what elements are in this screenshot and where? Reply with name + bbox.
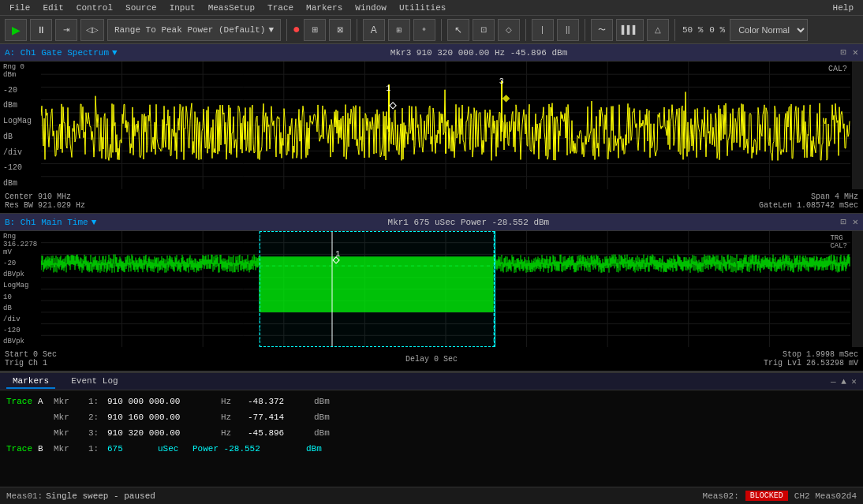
range-dropdown[interactable]: Range To Peak Power (Default) ▼ bbox=[107, 19, 281, 41]
menu-meassetup[interactable]: MeasSetup bbox=[202, 0, 261, 16]
panel-a-mkr3[interactable]: 3 ◆ bbox=[502, 90, 510, 106]
panel-b-y-axis: Rng 316.2278 mV -20 dBVpk LogMag 10 dB /… bbox=[0, 231, 41, 347]
panel-a-rng-label: Rng 0 dBm bbox=[3, 63, 38, 79]
panel-b-dropdown-icon[interactable]: ▼ bbox=[92, 218, 97, 227]
marker-shape-button[interactable]: ⌖ bbox=[413, 19, 435, 41]
sep-2 bbox=[357, 19, 357, 41]
marker-b1-ch: B bbox=[38, 444, 50, 454]
arrow-button[interactable]: ↖ bbox=[447, 19, 469, 41]
marker-1-trace: Trace bbox=[6, 397, 35, 406]
panel-b-scrollbar[interactable] bbox=[852, 231, 863, 347]
menu-trace[interactable]: Trace bbox=[261, 0, 300, 16]
panel-a-footer-right: Span 4 MHz GateLen 1.085742 mSec bbox=[432, 192, 858, 210]
menu-file[interactable]: File bbox=[3, 0, 36, 16]
line2-button[interactable]: || bbox=[557, 19, 579, 41]
marker-3-freq-unit: Hz bbox=[221, 428, 245, 438]
markers-tab[interactable]: Markers bbox=[6, 375, 55, 389]
panel-a-footer: Center 910 MHz Res BW 921.029 Hz Span 4 … bbox=[0, 189, 863, 213]
panel-a-pin-icon[interactable]: ⊡ bbox=[841, 47, 846, 58]
line1-button[interactable]: | bbox=[532, 19, 554, 41]
panel-a-dropdown-icon[interactable]: ▼ bbox=[112, 48, 118, 58]
panel-a-y-dbm: dBm bbox=[3, 101, 38, 110]
panel-a-chart[interactable]: CAL? 1 ◇ 3 ◆ bbox=[41, 62, 850, 189]
panel-a-y-db: dB bbox=[3, 133, 38, 141]
status-bar: Meas01: Single sweep - paused Meas02: BL… bbox=[0, 487, 863, 504]
menu-control[interactable]: Control bbox=[70, 0, 119, 16]
marker-2-freq-unit: Hz bbox=[221, 413, 245, 422]
panel-b-footer-left: Start 0 Sec Trig Ch 1 bbox=[5, 350, 290, 368]
status-state: Single sweep - paused bbox=[46, 491, 155, 501]
panel-b-close-icon[interactable]: ✕ bbox=[853, 216, 858, 228]
event-log-tab[interactable]: Event Log bbox=[65, 375, 124, 389]
range-chevron-icon: ▼ bbox=[268, 25, 274, 35]
marker-1-power-unit: dBm bbox=[314, 397, 330, 406]
marker-b1-label: Mkr bbox=[54, 444, 85, 454]
marker-b1-trace: Trace bbox=[6, 444, 35, 454]
panel-b-rng: Rng 316.2278 mV bbox=[3, 233, 38, 256]
menu-window[interactable]: Window bbox=[349, 0, 393, 16]
bar-button[interactable]: ▌▌▌ bbox=[616, 19, 644, 41]
color-mode-select[interactable]: Color Normal bbox=[730, 19, 808, 41]
menu-markers[interactable]: Markers bbox=[300, 0, 349, 16]
menu-input[interactable]: Input bbox=[163, 0, 202, 16]
menu-source[interactable]: Source bbox=[119, 0, 163, 16]
menu-edit[interactable]: Edit bbox=[36, 0, 69, 16]
grid2-button[interactable]: ⊠ bbox=[329, 19, 351, 41]
status-meas02-label: Meas02: bbox=[703, 491, 739, 501]
mode-button[interactable]: ◁▷ bbox=[80, 19, 104, 41]
panel-a-close-icon[interactable]: ✕ bbox=[853, 47, 858, 58]
panel-a: A: Ch1 Gate Spectrum ▼ Mkr3 910 320 000.… bbox=[0, 44, 863, 214]
marker-2-power: -77.414 bbox=[248, 413, 311, 422]
panel-a-canvas bbox=[41, 62, 850, 189]
panel-b-pin-icon[interactable]: ⊡ bbox=[841, 216, 846, 228]
marker-b1-power-unit: dBm bbox=[306, 444, 322, 454]
record-icon[interactable]: ● bbox=[293, 23, 301, 37]
sep-5 bbox=[585, 19, 585, 41]
panel-b-chart[interactable]: TRG CAL? 1 ◇ bbox=[41, 231, 850, 347]
marker-b1-power: Power -28.552 bbox=[192, 444, 303, 454]
step-button[interactable]: ⇥ bbox=[55, 19, 77, 41]
zoom-button[interactable]: ⊡ bbox=[473, 19, 495, 41]
marker-b1-freq-unit: uSec bbox=[158, 444, 189, 454]
pause-button[interactable]: ⏸ bbox=[30, 19, 52, 41]
panel-b-y-10: 10 bbox=[3, 293, 38, 301]
grid-button[interactable]: ⊞ bbox=[304, 19, 326, 41]
markers-pin-icon[interactable]: — ▲ ✕ bbox=[831, 376, 857, 386]
marker-1-label: Mkr bbox=[54, 397, 85, 406]
marker-grid-button[interactable]: ⊞ bbox=[388, 19, 410, 41]
panel-b-y-logmag: LogMag bbox=[3, 282, 38, 289]
status-meas-label: Meas01: bbox=[6, 491, 43, 501]
panel-a-footer-left: Center 910 MHz Res BW 921.029 Hz bbox=[5, 192, 432, 210]
panel-a-scrollbar[interactable] bbox=[852, 62, 863, 189]
marker-3-power: -45.896 bbox=[248, 428, 311, 438]
marker-1-power: -48.372 bbox=[248, 397, 311, 406]
marker-1-freq: 910 000 000.00 bbox=[107, 397, 218, 406]
panel-b-title[interactable]: B: Ch1 Main Time ▼ bbox=[5, 218, 96, 227]
panel-b-controls: ⊡ ✕ bbox=[841, 216, 858, 228]
marker-3-freq: 910 320 000.00 bbox=[107, 428, 218, 438]
marker-row-b1: Trace B Mkr 1: 675 uSec Power -28.552 dB… bbox=[6, 441, 857, 457]
menu-utilities[interactable]: Utilities bbox=[393, 0, 452, 16]
menu-bar: File Edit Control Source Input MeasSetup… bbox=[0, 0, 863, 16]
marker-1-freq-unit: Hz bbox=[221, 397, 245, 406]
tri-button[interactable]: △ bbox=[647, 19, 669, 41]
marker-2-freq: 910 160 000.00 bbox=[107, 413, 218, 422]
play-button[interactable]: ▶ bbox=[5, 19, 27, 41]
main-area: A: Ch1 Gate Spectrum ▼ Mkr3 910 320 000.… bbox=[0, 44, 863, 487]
zero-pct-label: 0 % bbox=[709, 25, 725, 35]
sep-6 bbox=[674, 19, 675, 41]
panel-b-mkr1[interactable]: 1 ◇ bbox=[332, 252, 340, 267]
gate-line-right bbox=[495, 231, 495, 347]
diamond-button[interactable]: ◇ bbox=[498, 19, 520, 41]
toolbar: ▶ ⏸ ⇥ ◁▷ Range To Peak Power (Default) ▼… bbox=[0, 16, 863, 44]
pct-label: 50 % bbox=[682, 25, 703, 35]
panel-a-mkr1[interactable]: 1 ◇ bbox=[389, 97, 397, 113]
gate-window bbox=[260, 231, 495, 347]
marker-a-button[interactable]: A bbox=[363, 19, 385, 41]
panel-a-title[interactable]: A: Ch1 Gate Spectrum ▼ bbox=[5, 48, 118, 58]
marker-1-ch: A bbox=[38, 397, 50, 406]
wave-button[interactable]: 〜 bbox=[591, 19, 613, 41]
menu-help[interactable]: Help bbox=[827, 0, 860, 16]
panel-b-mkr-info: Mkr1 675 uSec Power -28.552 dBm bbox=[388, 218, 550, 227]
marker-2-label: Mkr bbox=[54, 413, 85, 422]
